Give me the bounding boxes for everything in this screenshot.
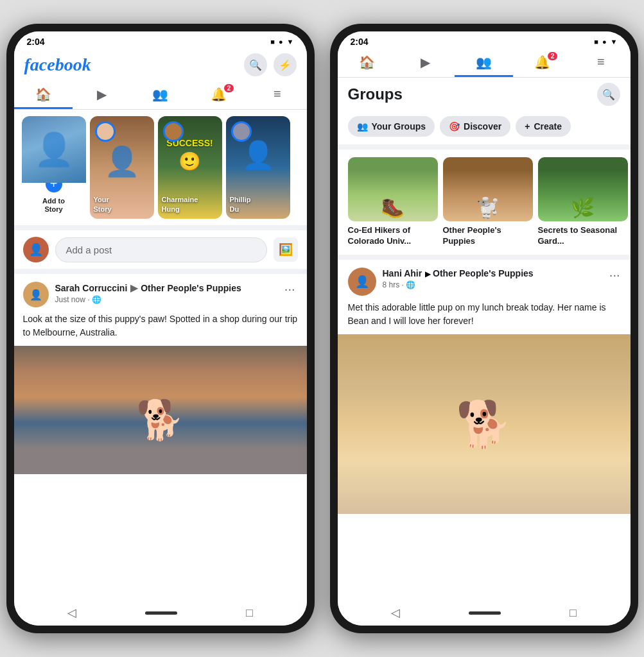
photo-icon: 🖼️ [279, 243, 293, 257]
gpost-arrow: ▶ [425, 269, 433, 278]
fb-header: facebook 🔍 ⚡ [14, 49, 307, 81]
post-composer: 👤 Add a post 🖼️ [14, 230, 307, 274]
discover-label: Discover [464, 121, 501, 132]
post-arrow: ▶ [130, 282, 141, 293]
gpost-image: 🐕 [338, 334, 631, 514]
tab2-home[interactable]: 🏠 [338, 49, 396, 77]
charmaine-label: CharmaineHung [162, 195, 218, 214]
create-label: Create [534, 121, 562, 132]
post-author-name: Sarah Corruccini [55, 283, 128, 293]
group-img-garden: 🌿 [538, 157, 628, 221]
charmaine-avatar [163, 121, 184, 142]
wifi-icon-2: ▼ [611, 38, 618, 46]
post-dot: · [87, 295, 92, 304]
tab2-notifications[interactable]: 🔔 2 [513, 49, 571, 77]
post-meta: Just now · 🌐 [55, 295, 241, 304]
gpost-author-name: Hani Ahir [383, 268, 422, 278]
gpost-header: 👤 Hani Ahir ▶ Other People's Puppies 8 h… [348, 268, 620, 296]
battery-icon: ■ [270, 38, 275, 46]
create-icon: + [525, 121, 530, 132]
group-card-garden[interactable]: 🌿 Secrets to Seasonal Gard... [538, 157, 628, 247]
tab-groups[interactable]: 👥 [131, 81, 189, 109]
group-name-puppies: Other People's Puppies [443, 225, 533, 247]
bottom-bar-1: ◁ □ [14, 600, 307, 626]
tab-video[interactable]: ▶ [73, 81, 131, 109]
status-icons-1: ■ ● ▼ [270, 38, 293, 46]
home-indicator-2[interactable] [469, 611, 501, 615]
status-bar-1: 2:04 ■ ● ▼ [14, 31, 307, 49]
gpost-avatar-hani: 👤 [348, 268, 376, 296]
back-button-2[interactable]: ◁ [391, 606, 400, 620]
post-author-details: Sarah Corruccini ▶ Other People's Puppie… [55, 282, 241, 304]
gpost-text: Met this adorable little pup on my lunch… [348, 301, 620, 328]
post-avatar-sarah: 👤 [23, 282, 49, 307]
feed-post-1: 👤 Sarah Corruccini ▶ Other People's Pupp… [14, 274, 307, 474]
post-more-button[interactable]: ··· [282, 282, 298, 296]
status-icons-2: ■ ● ▼ [594, 38, 617, 46]
gpost-privacy: 🌐 [406, 280, 415, 289]
post-input[interactable]: Add a post [55, 237, 267, 262]
tab2-menu[interactable]: ≡ [571, 49, 630, 77]
gpost-more-button[interactable]: ··· [609, 268, 620, 282]
search-icon-button[interactable]: 🔍 [244, 53, 267, 76]
pill-discover[interactable]: 🎯 Discover [440, 116, 510, 137]
nav-tabs-2: 🏠 ▶ 👥 🔔 2 ≡ [338, 49, 631, 78]
feed-content: 👤 + Add toStory 👤 YourStor [14, 110, 307, 600]
groups-pills: 👥 Your Groups 🎯 Discover + Create [338, 112, 631, 149]
notification-badge-2: 2 [548, 52, 558, 60]
composer-avatar: 👤 [23, 237, 49, 262]
back-button[interactable]: ◁ [67, 606, 76, 620]
home-icon: 🏠 [35, 87, 51, 102]
your-story-label: YourStory [94, 195, 150, 214]
gpost-group-name: Other People's Puppies [433, 268, 534, 278]
messenger-icon-button[interactable]: ⚡ [274, 53, 297, 76]
add-story-label: Add toStory [42, 197, 65, 214]
menu-icon: ≡ [274, 87, 281, 101]
gpost-author-info: 👤 Hani Ahir ▶ Other People's Puppies 8 h… [348, 268, 534, 296]
gpost-name-line: Hani Ahir ▶ Other People's Puppies [383, 268, 534, 279]
group-card-puppies[interactable]: 🐩 Other People's Puppies [443, 157, 533, 247]
story-add[interactable]: 👤 + Add toStory [22, 116, 86, 219]
recents-button[interactable]: □ [246, 606, 253, 620]
notification-badge: 2 [224, 84, 234, 92]
search-icon: 🔍 [249, 59, 262, 71]
signal-icon-2: ● [602, 38, 607, 46]
home-indicator[interactable] [145, 611, 177, 615]
facebook-logo: facebook [24, 55, 91, 75]
photo-button[interactable]: 🖼️ [274, 237, 298, 262]
status-time-2: 2:04 [351, 37, 369, 47]
bottom-bar-2: ◁ □ [338, 600, 631, 626]
stories-row: 👤 + Add toStory 👤 YourStor [14, 110, 307, 230]
recents-button-2[interactable]: □ [570, 606, 577, 620]
groups-grid: 🥾 Co-Ed Hikers of Colorado Univ... 🐩 Oth… [338, 149, 631, 260]
group-img-hikers: 🥾 [348, 157, 438, 221]
nav-tabs-1: 🏠 ▶ 👥 🔔 2 ≡ [14, 81, 307, 110]
story-your[interactable]: 👤 YourStory [90, 116, 154, 219]
tab2-video[interactable]: ▶ [396, 49, 455, 77]
gpost-details: Hani Ahir ▶ Other People's Puppies 8 hrs… [383, 268, 534, 296]
tab-menu[interactable]: ≡ [248, 81, 306, 109]
post-group-name: Other People's Puppies [141, 283, 241, 293]
post-author-info: 👤 Sarah Corruccini ▶ Other People's Pupp… [23, 282, 241, 307]
post-privacy: 🌐 [92, 295, 101, 304]
story-phillip[interactable]: 👤 PhillipDu [226, 116, 290, 219]
groups-search-button[interactable]: 🔍 [597, 83, 620, 106]
status-bar-2: 2:04 ■ ● ▼ [338, 31, 631, 49]
group-card-hikers[interactable]: 🥾 Co-Ed Hikers of Colorado Univ... [348, 157, 438, 247]
video-icon: ▶ [97, 87, 107, 102]
tab-notifications[interactable]: 🔔 2 [189, 81, 248, 109]
pill-create[interactable]: + Create [516, 116, 571, 137]
groups-header: Groups 🔍 [338, 78, 631, 112]
post-image: 🐕 [14, 346, 307, 474]
groups-icon-2: 👥 [476, 55, 492, 70]
header-icons: 🔍 ⚡ [244, 53, 297, 76]
phillip-label: PhillipDu [230, 195, 286, 214]
groups-post: 👤 Hani Ahir ▶ Other People's Puppies 8 h… [338, 260, 631, 514]
post-text: Look at the size of this puppy's paw! Sp… [23, 312, 298, 339]
groups-search-icon: 🔍 [602, 89, 615, 101]
signal-icon: ● [279, 38, 283, 46]
tab2-groups[interactable]: 👥 [455, 49, 513, 77]
story-charmaine[interactable]: SUCCESS! 🙂 CharmaineHung [158, 116, 222, 219]
pill-your-groups[interactable]: 👥 Your Groups [348, 116, 435, 137]
tab-home[interactable]: 🏠 [14, 81, 73, 109]
